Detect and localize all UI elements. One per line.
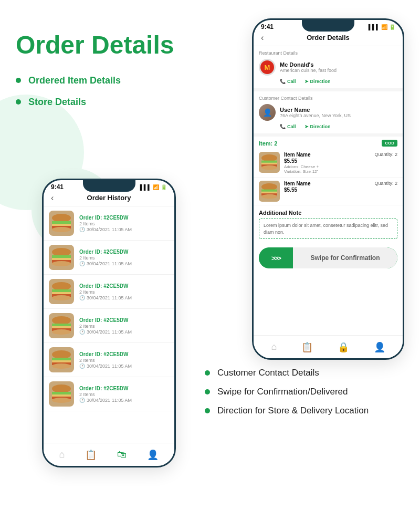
order-id: Order ID: #2CE5DW [79,215,169,221]
direction-icon: ➤ [304,124,309,129]
svg-point-20 [52,350,71,359]
customer-info: User Name 76A eighth avenue, New York, U… [280,107,351,118]
item-count: Item: 2 [259,140,277,147]
svg-point-37 [261,183,277,190]
feature-list: Ordered Item Details Store Details [16,75,194,108]
table-row[interactable]: Order ID: #2CE5DW 2 Items 🕐30/04/202111:… [44,309,174,343]
customer-address: 76A eighth avenue, New York, US [280,113,351,118]
svg-point-24 [52,363,71,369]
order-image [49,381,74,407]
items-header: Item: 2 COD [254,137,403,149]
bottom-navigation: ⌂ 📋 🛍 👤 [44,443,174,466]
additional-note-section: Additional Note Lorem ipsum dolor sit am… [254,205,403,243]
item-thumbnail [259,152,280,173]
table-row[interactable]: Order ID: #2CE5DW 2 Items 🕐30/04/202111:… [44,275,174,309]
clock-icon: 🕐 [79,363,85,369]
clock-icon: 🕐 [79,398,85,403]
order-items-count: 2 Items [79,221,169,226]
svg-point-29 [52,398,71,403]
header-title: Order History [87,194,131,202]
bottom-feature-1: Customer Contact Details [205,368,404,378]
svg-rect-39 [261,192,277,193]
phone-order-history: 9:41 ▌▌▌ 📶 🔋 ‹ Order History [42,179,176,467]
svg-rect-1 [52,221,71,224]
table-row[interactable]: Order ID: #2CE5DW 2 Items 🕐30/04/202111:… [44,343,174,377]
page-title: Order Details [16,32,194,59]
item-price: $5.55 [284,187,374,193]
order-history-header: ‹ Order History [44,192,174,206]
clock-icon: 🕐 [79,227,85,232]
table-row[interactable]: Order ID: #2CE5DW 2 Items 🕐 30/04/2021 1… [44,206,174,241]
svg-point-25 [52,384,71,393]
bottom-navigation: ⌂ 📋 🔒 👤 [254,335,403,358]
status-time: 9:41 [261,23,274,30]
swipe-button[interactable]: >>> Swipe for Confirmation [259,247,397,268]
customer-actions: 📞 Call ➤ Direction [280,124,397,129]
item-name: Item Name [284,152,374,158]
swipe-label: Swipe for Confirmation [293,247,397,268]
bullet-dot [205,370,210,376]
customer-row: 👤 User Name 76A eighth avenue, New York,… [259,104,397,121]
phone-icon: 📞 [280,79,286,84]
call-button[interactable]: 📞 Call [280,79,296,84]
item-addons: Addons: Cheese + [284,164,374,169]
svg-rect-2 [52,224,71,226]
back-button[interactable]: ‹ [51,193,54,203]
order-details-header: ‹ Order Details [254,32,403,46]
clock-icon: 🕐 [79,261,85,266]
customer-direction-button[interactable]: ➤ Direction [304,124,331,129]
order-id: Order ID: #2CE5DW [79,386,169,391]
customer-section: Customer Contact Details 👤 User Name 76A… [254,91,403,137]
restaurant-row: M Mc Donald's American cuisine, fast foo… [259,59,397,76]
order-image [49,313,74,338]
bullet-dot [16,78,21,83]
status-icons: ▌▌▌ 📶 🔋 [140,184,167,190]
item-thumbnail [259,181,280,202]
bottom-feature-2: Swipe for Confirmation/Delivered [205,387,404,397]
additional-note-text: Lorem ipsum dolor sit amet, consetetur s… [259,219,397,239]
bag-nav-icon[interactable]: 🛍 [117,449,127,460]
order-id: Order ID: #2CE5DW [79,317,169,323]
bag-nav-icon[interactable]: 🔒 [338,341,349,353]
customer-call-button[interactable]: 📞 Call [280,124,296,129]
svg-rect-26 [52,392,71,394]
svg-rect-33 [261,161,277,163]
profile-nav-icon[interactable]: 👤 [374,341,385,353]
item-variation: Variation: Size-12" [284,169,374,174]
additional-note-title: Additional Note [259,210,397,216]
order-info: Order ID: #2CE5DW 2 Items 🕐 30/04/2021 1… [79,215,169,232]
order-item-1: Item Name $5.55 Addons: Cheese + Variati… [254,149,403,178]
order-item-2: Item Name $5.55 Quantity: 2 [254,178,403,205]
feature-item-1: Ordered Item Details [16,75,194,86]
order-info: Order ID: #2CE5DW 2 Items 🕐30/04/202111:… [79,283,169,300]
customer-section-label: Customer Contact Details [259,96,397,101]
order-date: 🕐 30/04/2021 11:05 AM [79,227,169,232]
order-id: Order ID: #2CE5DW [79,283,169,289]
clock-icon: 🕐 [79,295,85,300]
svg-rect-16 [52,324,71,326]
wifi-icon: 📶 [153,184,159,190]
swipe-section: >>> Swipe for Confirmation [254,243,403,273]
svg-rect-27 [52,394,71,397]
bullet-dot [205,408,210,413]
home-nav-icon[interactable]: ⌂ [59,449,65,460]
orders-nav-icon[interactable]: 📋 [85,449,97,461]
home-nav-icon[interactable]: ⌂ [271,341,277,352]
orders-nav-icon[interactable]: 📋 [301,341,313,353]
svg-point-41 [261,194,277,199]
phone-icon: 📞 [280,124,286,129]
phone-notch [83,180,135,192]
svg-point-9 [52,261,71,266]
profile-nav-icon[interactable]: 👤 [147,449,159,461]
direction-button[interactable]: ➤ Direction [304,79,331,84]
svg-text:M: M [265,64,270,71]
item-price: $5.55 [284,158,374,164]
table-row[interactable]: Order ID: #2CE5DW 2 Items 🕐30/04/202111:… [44,377,174,411]
signal-icon: ▌▌▌ [140,184,151,190]
table-row[interactable]: Order ID: #2CE5DW 2 Items 🕐30/04/202111:… [44,241,174,275]
back-button[interactable]: ‹ [261,33,264,43]
restaurant-section-label: Restaurant Details [259,50,397,56]
order-info: Order ID: #2CE5DW 2 Items 🕐30/04/202111:… [79,317,169,335]
order-list: Order ID: #2CE5DW 2 Items 🕐 30/04/2021 1… [44,206,174,411]
clock-icon: 🕐 [79,329,85,335]
